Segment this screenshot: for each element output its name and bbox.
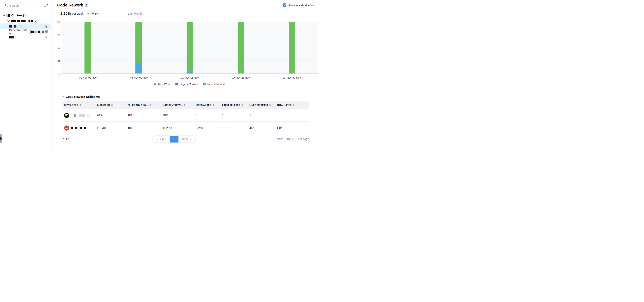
legend-new-work[interactable]: New Work [154, 83, 170, 86]
bar-03 Nov-09 Nov[interactable] [114, 22, 164, 73]
lines-modified-cell: 1 [248, 113, 275, 117]
redacted-text [30, 20, 31, 22]
redacted-text [17, 20, 20, 22]
sort-icon [293, 104, 294, 106]
org-tree-item-selected[interactable] [0, 24, 51, 29]
arrow-left-icon: ← [156, 137, 159, 141]
y-tick-0: 0 [59, 72, 60, 75]
sort-icon [212, 104, 214, 106]
filter-sliders-icon[interactable] [45, 30, 48, 34]
redacted-text [31, 20, 33, 22]
org-tree-item-direct-reports[interactable]: Direct Reports of [0, 29, 51, 34]
sort-icon [241, 104, 243, 106]
stat-period: Last Month [128, 12, 142, 15]
next-page-button[interactable]: Next → [178, 136, 196, 142]
x-tick: 01 Nov-02 Nov [62, 76, 114, 79]
developer-cell[interactable]: AS [62, 125, 95, 130]
main-content: Code Rework Show total distribution 2.25… [53, 0, 322, 151]
stat-card: 2.25% per week ↗ 40.5% Last Month [57, 10, 145, 17]
page-number-1[interactable]: 1 [170, 136, 178, 142]
redacted-text [79, 114, 85, 117]
rework-cell: 20% [95, 113, 126, 117]
x-tick: 10 Nov-16 Nov [164, 76, 216, 79]
column-lines-modified[interactable]: LINES MODIFIED [248, 104, 275, 106]
redacted-text [21, 20, 25, 22]
table-row[interactable]: MS 20% 0% 20% 4 1 1 5 [62, 109, 309, 122]
code-rework-drilldown-card: Code Rework Drilldown DEVELOPER % REWORK… [56, 92, 312, 144]
x-axis-labels: 01 Nov-02 Nov 03 Nov-09 Nov 10 Nov-16 No… [62, 76, 318, 79]
recent-rework-cell: 11.23% [161, 126, 194, 129]
legend-recent-rework[interactable]: Recent Rework [203, 83, 226, 86]
org-tree-group-count: (3) [34, 19, 37, 23]
chevron-down-icon[interactable] [3, 14, 5, 17]
search-input[interactable]: Search [3, 2, 42, 9]
bar-segment-new-work [238, 22, 244, 73]
redacted-text [14, 36, 16, 39]
avatar: AS [64, 125, 69, 130]
redacted-text [20, 25, 22, 28]
per-page-label: per page [298, 137, 309, 141]
filter-sliders-icon[interactable] [45, 35, 48, 39]
column-lines-deleted[interactable]: LINES DELETED [220, 104, 248, 106]
redacted-text [14, 25, 16, 28]
column-lines-added[interactable]: LINES ADDED [194, 104, 220, 106]
expand-sidebar-icon[interactable] [44, 4, 48, 8]
org-tree-root-label: Org tree (1) [11, 14, 26, 17]
info-icon[interactable] [85, 4, 88, 7]
prev-page-button[interactable]: ← Prev [152, 136, 170, 142]
show-label: Show [276, 137, 282, 141]
redacted-text [30, 30, 32, 34]
sidebar-divider [51, 0, 53, 151]
checkbox-checked-icon[interactable] [283, 4, 286, 7]
bar-17 Nov-23 Nov[interactable] [216, 22, 266, 73]
filter-sliders-icon[interactable] [45, 25, 48, 28]
drilldown-title: Code Rework Drilldown [66, 95, 100, 98]
legend-legacy-rework[interactable]: Legacy Rework [176, 83, 198, 86]
sidebar-expand-handle[interactable] [0, 134, 2, 143]
new-work-swatch-icon [154, 83, 156, 85]
sort-icon [80, 104, 81, 106]
recent-rework-cell: 20% [161, 113, 194, 117]
column-rework[interactable]: % REWORK [95, 104, 126, 106]
org-tree-item[interactable] [0, 34, 51, 40]
page-size-select[interactable]: 10 [284, 136, 296, 142]
lines-added-cell: 3,260 [194, 126, 220, 129]
sort-icon [150, 104, 151, 106]
developer-cell[interactable]: MS [62, 113, 95, 118]
arrow-right-icon: → [189, 137, 192, 141]
column-legacy-rework[interactable]: % LEGACY REW... [126, 104, 161, 106]
org-tree-root[interactable]: Org tree (1) [0, 13, 51, 18]
search-icon [5, 4, 8, 8]
bar-segment-new-work [289, 22, 295, 73]
pagination: ← Prev 1 Next → [152, 136, 196, 142]
column-total-lines[interactable]: TOTAL LINES [275, 104, 309, 106]
collapse-chevron-icon[interactable] [62, 96, 64, 97]
org-tree: Org tree (1) (3) [0, 13, 51, 40]
org-tree-group[interactable]: (3) [0, 18, 51, 24]
bar-24 Nov-30 Nov[interactable] [266, 22, 318, 73]
lines-modified-cell: 455 [248, 126, 275, 129]
redacted-text [75, 127, 77, 129]
bar-10 Nov-16 Nov[interactable] [164, 22, 216, 73]
chart-legend: New Work Legacy Rework Recent Rework [57, 83, 322, 86]
org-sidebar: Search Org tree (1) (3) [0, 0, 51, 151]
redacted-text [34, 31, 36, 33]
y-tick-50: 50 [58, 46, 60, 49]
stat-unit: per week [72, 12, 84, 15]
column-recent-rework[interactable]: % RECENT REW... [161, 104, 194, 106]
chevron-down-icon[interactable] [8, 19, 10, 23]
stat-delta: 40.5% [91, 12, 98, 15]
bar-01 Nov-02 Nov[interactable] [62, 22, 114, 73]
recent-rework-swatch-icon [203, 83, 206, 85]
redacted-text [9, 25, 12, 28]
y-tick-100: 100 [56, 21, 60, 24]
show-total-distribution-toggle[interactable]: Show total distribution [283, 4, 314, 7]
column-developer[interactable]: DEVELOPER [62, 104, 95, 106]
table-row[interactable]: AS 11.23% 0% 11.23% 3,260 791 455 4,051 [62, 122, 309, 134]
redacted-text [42, 31, 44, 33]
page-title: Code Rework [57, 3, 83, 8]
legacy-rework-cell: 0% [126, 126, 161, 129]
redacted-text [38, 31, 40, 33]
bar-segment-new-work [186, 22, 193, 72]
sort-icon [184, 104, 185, 106]
